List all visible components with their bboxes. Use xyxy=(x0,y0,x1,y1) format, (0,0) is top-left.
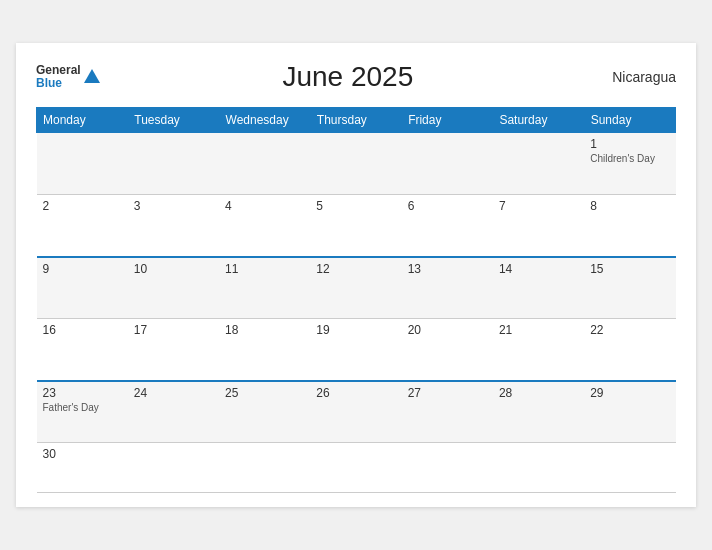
calendar-week-row: 9101112131415 xyxy=(37,257,676,319)
calendar-cell: 5 xyxy=(310,195,401,257)
calendar-cell xyxy=(310,443,401,493)
calendar-week-row: 30 xyxy=(37,443,676,493)
calendar-cell: 20 xyxy=(402,319,493,381)
day-number: 27 xyxy=(408,386,487,400)
calendar-cell: 16 xyxy=(37,319,128,381)
calendar-cell: 6 xyxy=(402,195,493,257)
weekday-header: Friday xyxy=(402,108,493,133)
calendar-title: June 2025 xyxy=(100,61,596,93)
day-number: 26 xyxy=(316,386,395,400)
logo: General Blue xyxy=(36,64,100,90)
calendar-cell: 27 xyxy=(402,381,493,443)
calendar-cell: 24 xyxy=(128,381,219,443)
calendar-cell: 3 xyxy=(128,195,219,257)
calendar-week-row: 23Father's Day242526272829 xyxy=(37,381,676,443)
day-number: 17 xyxy=(134,323,213,337)
calendar-cell xyxy=(584,443,675,493)
calendar-cell: 10 xyxy=(128,257,219,319)
day-number: 25 xyxy=(225,386,304,400)
day-number: 16 xyxy=(43,323,122,337)
logo-triangle-icon xyxy=(84,69,100,83)
day-number: 10 xyxy=(134,262,213,276)
weekday-header: Sunday xyxy=(584,108,675,133)
weekday-header: Thursday xyxy=(310,108,401,133)
calendar-cell xyxy=(493,443,584,493)
day-number: 11 xyxy=(225,262,304,276)
calendar-container: General Blue June 2025 Nicaragua MondayT… xyxy=(16,43,696,507)
day-number: 3 xyxy=(134,199,213,213)
calendar-cell: 30 xyxy=(37,443,128,493)
day-number: 6 xyxy=(408,199,487,213)
calendar-table: MondayTuesdayWednesdayThursdayFridaySatu… xyxy=(36,107,676,493)
calendar-cell xyxy=(128,443,219,493)
calendar-cell xyxy=(493,133,584,195)
weekday-header: Wednesday xyxy=(219,108,310,133)
day-number: 22 xyxy=(590,323,669,337)
calendar-cell: 26 xyxy=(310,381,401,443)
calendar-cell: 13 xyxy=(402,257,493,319)
event-label: Children's Day xyxy=(590,153,669,164)
day-number: 2 xyxy=(43,199,122,213)
weekday-header: Saturday xyxy=(493,108,584,133)
calendar-cell: 8 xyxy=(584,195,675,257)
day-number: 15 xyxy=(590,262,669,276)
calendar-cell: 15 xyxy=(584,257,675,319)
calendar-cell: 19 xyxy=(310,319,401,381)
day-number: 30 xyxy=(43,447,122,461)
calendar-cell xyxy=(128,133,219,195)
weekday-header-row: MondayTuesdayWednesdayThursdayFridaySatu… xyxy=(37,108,676,133)
event-label: Father's Day xyxy=(43,402,122,413)
day-number: 23 xyxy=(43,386,122,400)
day-number: 12 xyxy=(316,262,395,276)
calendar-cell xyxy=(402,443,493,493)
weekday-header: Tuesday xyxy=(128,108,219,133)
logo-blue-text: Blue xyxy=(36,77,81,90)
calendar-cell: 7 xyxy=(493,195,584,257)
calendar-cell: 18 xyxy=(219,319,310,381)
day-number: 9 xyxy=(43,262,122,276)
day-number: 14 xyxy=(499,262,578,276)
weekday-header: Monday xyxy=(37,108,128,133)
day-number: 8 xyxy=(590,199,669,213)
country-label: Nicaragua xyxy=(596,69,676,85)
day-number: 18 xyxy=(225,323,304,337)
calendar-cell: 17 xyxy=(128,319,219,381)
calendar-cell: 12 xyxy=(310,257,401,319)
day-number: 5 xyxy=(316,199,395,213)
calendar-cell xyxy=(37,133,128,195)
calendar-cell: 11 xyxy=(219,257,310,319)
calendar-cell: 21 xyxy=(493,319,584,381)
calendar-cell: 1Children's Day xyxy=(584,133,675,195)
calendar-week-row: 1Children's Day xyxy=(37,133,676,195)
calendar-cell: 4 xyxy=(219,195,310,257)
day-number: 13 xyxy=(408,262,487,276)
calendar-cell: 2 xyxy=(37,195,128,257)
calendar-cell: 29 xyxy=(584,381,675,443)
calendar-header: General Blue June 2025 Nicaragua xyxy=(36,61,676,93)
day-number: 7 xyxy=(499,199,578,213)
day-number: 4 xyxy=(225,199,304,213)
calendar-cell: 28 xyxy=(493,381,584,443)
day-number: 28 xyxy=(499,386,578,400)
calendar-cell xyxy=(402,133,493,195)
calendar-cell: 9 xyxy=(37,257,128,319)
day-number: 24 xyxy=(134,386,213,400)
calendar-cell xyxy=(310,133,401,195)
day-number: 1 xyxy=(590,137,669,151)
calendar-cell xyxy=(219,443,310,493)
calendar-cell: 22 xyxy=(584,319,675,381)
calendar-cell: 25 xyxy=(219,381,310,443)
calendar-cell: 14 xyxy=(493,257,584,319)
calendar-week-row: 16171819202122 xyxy=(37,319,676,381)
day-number: 29 xyxy=(590,386,669,400)
day-number: 20 xyxy=(408,323,487,337)
day-number: 21 xyxy=(499,323,578,337)
calendar-cell: 23Father's Day xyxy=(37,381,128,443)
calendar-week-row: 2345678 xyxy=(37,195,676,257)
calendar-cell xyxy=(219,133,310,195)
day-number: 19 xyxy=(316,323,395,337)
